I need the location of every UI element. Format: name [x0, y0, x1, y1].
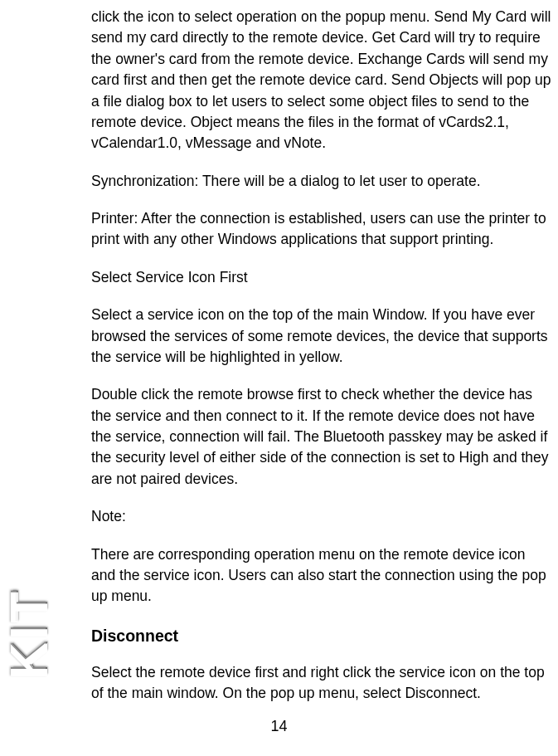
paragraph: click the icon to select operation on th…	[91, 7, 551, 154]
paragraph: Select the remote device first and right…	[91, 662, 551, 705]
paragraph-note-label: Note:	[91, 506, 551, 527]
paragraph: Select a service icon on the top of the …	[91, 305, 551, 368]
paragraph: There are corresponding operation menu o…	[91, 544, 551, 607]
paragraph: Printer: After the connection is establi…	[91, 208, 551, 251]
heading-disconnect: Disconnect	[91, 624, 551, 647]
paragraph: Double click the remote browse first to …	[91, 384, 551, 490]
side-title: BLUETOOTH POWER KIT	[0, 40, 58, 679]
paragraph: Select Service Icon First	[91, 267, 551, 288]
document-content: click the icon to select operation on th…	[91, 7, 551, 739]
paragraph: Synchronization: There will be a dialog …	[91, 171, 551, 192]
page-number: 14	[0, 718, 558, 735]
